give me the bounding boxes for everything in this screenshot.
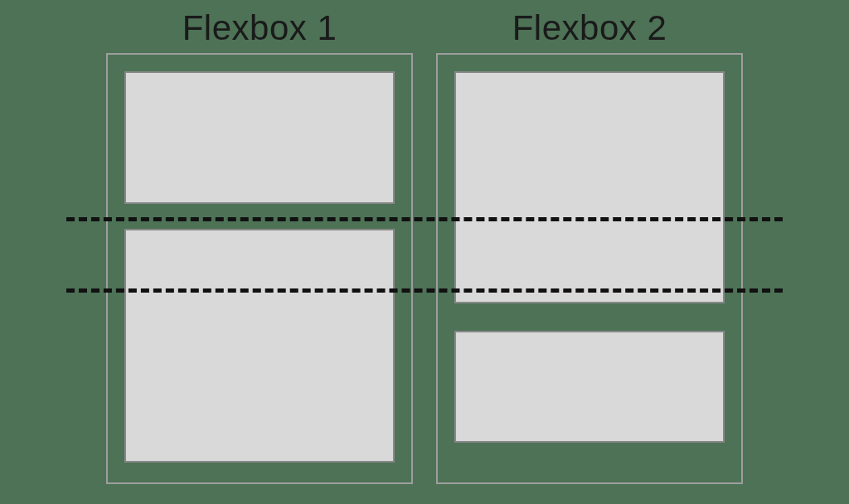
- flexbox-1-item-top: [124, 71, 395, 204]
- diagram-wrapper: Flexbox 1 Flexbox 2: [106, 8, 743, 484]
- flexbox-1-title: Flexbox 1: [182, 8, 337, 48]
- flexbox-2-title: Flexbox 2: [512, 8, 667, 48]
- flexbox-2-column: Flexbox 2: [436, 8, 743, 484]
- flexbox-1-item-bottom: [124, 229, 395, 463]
- flexbox-2-container: [436, 53, 743, 484]
- flexbox-2-item-bottom: [454, 331, 725, 443]
- flexbox-2-item-top: [454, 71, 725, 303]
- flexbox-1-container: [106, 53, 413, 484]
- flexbox-1-column: Flexbox 1: [106, 8, 413, 484]
